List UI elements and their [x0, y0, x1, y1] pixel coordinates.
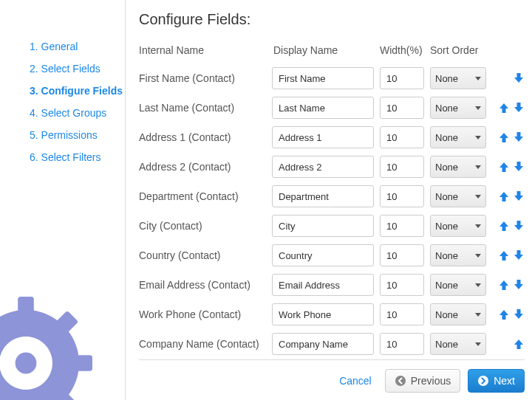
- nav-step-5[interactable]: 5. Permissions: [30, 129, 125, 141]
- move-down-button[interactable]: [513, 249, 525, 262]
- internal-name-label: Work Phone (Contact): [139, 308, 272, 320]
- move-down-button[interactable]: [513, 160, 525, 173]
- chevron-down-icon: [475, 195, 481, 199]
- chevron-down-icon: [475, 77, 481, 80]
- sort-order-select[interactable]: None: [430, 333, 486, 355]
- move-down-button[interactable]: [513, 190, 525, 203]
- move-up-button[interactable]: [498, 308, 510, 321]
- sort-order-value: None: [435, 280, 458, 291]
- move-down-button[interactable]: [513, 219, 525, 232]
- field-row: Email Address (Contact)None: [139, 270, 525, 300]
- internal-name-label: First Name (Contact): [139, 72, 272, 84]
- move-down-button[interactable]: [513, 72, 525, 85]
- sort-order-value: None: [435, 162, 458, 173]
- move-down-button[interactable]: [513, 278, 525, 292]
- width-input[interactable]: [380, 215, 424, 237]
- internal-name-label: Email Address (Contact): [139, 279, 272, 291]
- width-input[interactable]: [380, 274, 424, 296]
- width-input[interactable]: [380, 67, 424, 89]
- display-name-input[interactable]: [272, 185, 374, 207]
- svg-rect-0: [18, 297, 34, 320]
- move-down-button[interactable]: [513, 131, 525, 144]
- width-input[interactable]: [380, 185, 424, 207]
- sort-order-select[interactable]: None: [430, 274, 486, 296]
- nav-step-2[interactable]: 2. Select Fields: [30, 63, 125, 75]
- move-up-button[interactable]: [498, 101, 510, 114]
- move-up-button[interactable]: [498, 131, 510, 144]
- svg-point-9: [16, 353, 37, 374]
- display-name-input[interactable]: [272, 215, 374, 237]
- sort-order-value: None: [435, 221, 458, 232]
- field-row: Last Name (Contact)None: [139, 93, 525, 123]
- sort-order-select[interactable]: None: [430, 185, 486, 207]
- nav-step-3[interactable]: 3. Configure Fields: [30, 85, 125, 97]
- chevron-down-icon: [475, 254, 481, 258]
- field-row: First Name (Contact)None: [139, 63, 525, 93]
- move-down-button[interactable]: [513, 308, 525, 321]
- display-name-input[interactable]: [272, 126, 374, 148]
- move-up-button[interactable]: [513, 337, 525, 351]
- chevron-down-icon: [475, 165, 481, 169]
- width-input[interactable]: [380, 244, 424, 266]
- sort-order-select[interactable]: None: [430, 244, 486, 266]
- width-input[interactable]: [380, 97, 424, 119]
- width-input[interactable]: [380, 126, 424, 148]
- chevron-down-icon: [475, 136, 481, 139]
- display-name-input[interactable]: [272, 67, 374, 89]
- internal-name-label: City (Contact): [139, 220, 272, 232]
- nav-step-4[interactable]: 4. Select Groups: [30, 107, 125, 119]
- move-up-button[interactable]: [498, 219, 510, 232]
- next-button[interactable]: Next: [468, 369, 525, 393]
- display-name-input[interactable]: [272, 274, 374, 296]
- sort-order-select[interactable]: None: [430, 126, 486, 148]
- sort-order-select[interactable]: None: [430, 67, 486, 89]
- display-name-input[interactable]: [272, 333, 374, 355]
- sort-order-select[interactable]: None: [430, 215, 486, 237]
- move-up-button[interactable]: [498, 278, 510, 292]
- field-row: Address 2 (Contact)None: [139, 152, 525, 182]
- sort-order-select[interactable]: None: [430, 156, 486, 178]
- sort-order-value: None: [435, 250, 458, 261]
- page-title: Configure Fields:: [139, 11, 525, 28]
- internal-name-label: Department (Contact): [139, 190, 272, 202]
- display-name-input[interactable]: [272, 97, 374, 119]
- field-row: Address 1 (Contact)None: [139, 123, 525, 152]
- wizard-sidebar: 1. General2. Select Fields3. Configure F…: [0, 0, 125, 400]
- previous-label: Previous: [411, 375, 451, 387]
- chevron-down-icon: [475, 224, 481, 228]
- sort-order-select[interactable]: None: [430, 303, 486, 325]
- svg-rect-5: [0, 387, 1, 400]
- move-up-button[interactable]: [498, 249, 510, 262]
- move-down-button[interactable]: [513, 101, 525, 114]
- sort-order-value: None: [435, 73, 458, 84]
- field-row: Department (Contact)None: [139, 182, 525, 211]
- sort-order-select[interactable]: None: [430, 97, 486, 119]
- internal-name-label: Address 1 (Contact): [139, 131, 272, 143]
- nav-step-6[interactable]: 6. Select Filters: [30, 151, 125, 163]
- internal-name-label: Company Name (Contact): [139, 338, 272, 350]
- header-sort-order: Sort Order: [430, 44, 486, 56]
- chevron-down-icon: [475, 106, 481, 110]
- svg-rect-4: [50, 311, 78, 339]
- cancel-link[interactable]: Cancel: [339, 375, 372, 387]
- previous-button[interactable]: Previous: [385, 369, 460, 393]
- move-up-button[interactable]: [498, 160, 510, 173]
- sort-order-value: None: [435, 309, 458, 320]
- width-input[interactable]: [380, 303, 424, 325]
- sort-order-value: None: [435, 132, 458, 143]
- field-row: City (Contact)None: [139, 211, 525, 241]
- width-input[interactable]: [380, 156, 424, 178]
- display-name-input[interactable]: [272, 244, 374, 266]
- header-width: Width(%): [380, 44, 424, 56]
- svg-rect-7: [50, 387, 78, 400]
- display-name-input[interactable]: [272, 156, 374, 178]
- width-input[interactable]: [380, 333, 424, 355]
- display-name-input[interactable]: [272, 303, 374, 325]
- arrow-left-circle-icon: [395, 375, 406, 387]
- chevron-down-icon: [475, 342, 481, 346]
- nav-step-1[interactable]: 1. General: [30, 41, 125, 52]
- field-row: Country (Contact)None: [139, 241, 525, 270]
- move-up-button[interactable]: [498, 190, 510, 203]
- internal-name-label: Last Name (Contact): [139, 102, 272, 114]
- header-internal-name: Internal Name: [139, 44, 272, 56]
